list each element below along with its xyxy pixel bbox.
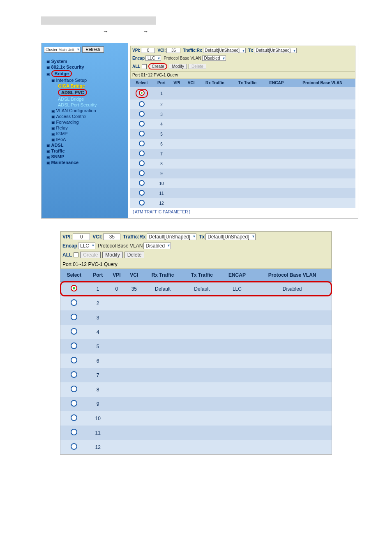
select-radio[interactable]: [139, 150, 145, 156]
sidebar-item-adsl-port-security[interactable]: ADSL Port Security: [44, 102, 125, 108]
delete-button[interactable]: Delete: [125, 252, 145, 258]
modify-button[interactable]: Modify: [102, 252, 122, 258]
sidebar-item-relay[interactable]: Relay: [44, 125, 125, 131]
select-radio[interactable]: [71, 443, 77, 450]
sidebar: Cluster-Main Unit Refresh System802.1x S…: [42, 43, 128, 218]
pvc-select[interactable]: PVC-1: [88, 261, 102, 267]
sidebar-item-interface-setup[interactable]: Interface Setup: [44, 77, 125, 83]
select-radio[interactable]: [71, 371, 77, 378]
select-radio[interactable]: [139, 170, 145, 176]
sidebar-item-forwarding[interactable]: Forwarding: [44, 119, 125, 125]
query-button[interactable]: Query: [167, 73, 178, 77]
port-range-select[interactable]: Port 01~12: [132, 73, 152, 77]
table-row: 5: [60, 339, 332, 354]
select-radio[interactable]: [71, 299, 77, 306]
cell-vpi: [170, 139, 184, 149]
traffic-tx-select[interactable]: Default[UnShaped]: [205, 234, 255, 240]
vci-input[interactable]: 35: [166, 48, 180, 53]
sidebar-item-access-control[interactable]: Access Control: [44, 113, 125, 119]
traffic-rx-select[interactable]: Default[UnShaped]: [147, 234, 196, 240]
sidebar-item-bridge[interactable]: Bridge: [44, 70, 125, 77]
select-radio[interactable]: [139, 190, 145, 196]
cell-tx: [231, 129, 263, 139]
all-checkbox[interactable]: [142, 64, 147, 69]
col-tx: Tx Traffic: [231, 79, 263, 87]
query-button[interactable]: Query: [104, 261, 118, 267]
select-radio[interactable]: [139, 180, 145, 186]
sidebar-item-adsl-pvc[interactable]: ADSL PVC: [44, 89, 125, 96]
vci-input[interactable]: 35: [103, 234, 120, 240]
delete-button[interactable]: Delete: [189, 64, 206, 69]
cell-tx: [182, 296, 221, 310]
select-radio[interactable]: [139, 111, 145, 117]
pbv-select[interactable]: Disabled: [143, 243, 171, 249]
port-range-select[interactable]: Port 01~12: [62, 261, 87, 267]
col-rx: Rx Traffic: [143, 269, 182, 282]
select-radio[interactable]: [139, 90, 145, 96]
all-checkbox[interactable]: [74, 252, 78, 257]
cell-rx: [143, 368, 182, 382]
sidebar-item-maintenance[interactable]: Maintenance: [44, 160, 125, 165]
sidebar-item-vlan-configuration[interactable]: VLAN Configuration: [44, 108, 125, 113]
sidebar-item-802-1x-security[interactable]: 802.1x Security: [44, 64, 125, 70]
sidebar-item-snmp[interactable]: SNMP: [44, 154, 125, 160]
atm-traffic-link[interactable]: [ ATM TRAFFIC PARAMETER ]: [130, 208, 193, 216]
sidebar-item-ipoa[interactable]: IPoA: [44, 136, 125, 142]
encap-select[interactable]: LLC: [145, 56, 161, 61]
col-tx: Tx Traffic: [182, 269, 221, 282]
cell-encap: [263, 178, 290, 188]
select-radio[interactable]: [71, 429, 77, 435]
select-radio[interactable]: [71, 285, 77, 291]
create-button[interactable]: Create: [80, 252, 101, 258]
screenshot-upper: Cluster-Main Unit Refresh System802.1x S…: [41, 43, 358, 219]
cell-vpi: [170, 99, 184, 109]
table-row: 9: [130, 169, 355, 178]
cell-pbv: [253, 440, 332, 454]
pvc-select[interactable]: PVC-1: [154, 73, 166, 77]
table-row: 3: [60, 310, 332, 325]
cell-port: 1: [88, 282, 108, 296]
pbv-select[interactable]: Disabled: [202, 56, 226, 61]
sidebar-item-igmp[interactable]: IGMP: [44, 131, 125, 136]
select-radio[interactable]: [71, 357, 77, 363]
select-radio[interactable]: [71, 314, 77, 320]
select-radio[interactable]: [139, 200, 145, 206]
encap-select[interactable]: LLC: [78, 243, 95, 249]
cluster-select[interactable]: Cluster-Main Unit: [44, 47, 81, 53]
select-radio[interactable]: [71, 328, 77, 335]
col-vci: VCI: [125, 269, 143, 282]
select-radio[interactable]: [139, 160, 145, 166]
sidebar-item-traffic[interactable]: Traffic: [44, 148, 125, 154]
traffic-rx-select[interactable]: Default[UnShaped]: [203, 48, 246, 53]
cell-pbv: [253, 325, 332, 339]
cell-port: 4: [153, 119, 170, 129]
table-row: 10: [130, 178, 355, 188]
cell-rx: [198, 159, 231, 169]
cell-vpi: 0: [108, 282, 125, 296]
select-radio[interactable]: [139, 121, 145, 127]
sidebar-item-giga-bridge[interactable]: GIGA Bridge: [44, 83, 125, 89]
sidebar-item-adsl-bridge[interactable]: ADSL Bridge: [44, 96, 125, 102]
select-radio[interactable]: [139, 101, 145, 107]
select-radio[interactable]: [139, 131, 145, 136]
sidebar-item-adsl[interactable]: ADSL: [44, 142, 125, 148]
cell-vpi: [170, 159, 184, 169]
traffic-tx-select[interactable]: Default[UnShaped]: [254, 48, 297, 53]
modify-button[interactable]: Modify: [169, 64, 187, 69]
refresh-button[interactable]: Refresh: [82, 46, 104, 53]
select-radio[interactable]: [71, 400, 77, 407]
cell-encap: [221, 368, 253, 382]
pvc-form-bar: VPI: 0 VCI: 35 Traffic:Rx Default[UnShap…: [60, 231, 332, 260]
select-radio[interactable]: [71, 386, 77, 392]
cell-encap: [263, 159, 290, 169]
table-row: 8: [60, 382, 332, 397]
cell-rx: Default: [143, 282, 182, 296]
select-radio[interactable]: [71, 414, 77, 421]
vpi-input[interactable]: 0: [73, 234, 90, 240]
create-button[interactable]: Create: [148, 63, 167, 69]
table-row: 10: [60, 411, 332, 426]
select-radio[interactable]: [139, 141, 145, 146]
vpi-input[interactable]: 0: [141, 48, 155, 53]
sidebar-item-system[interactable]: System: [44, 58, 125, 64]
select-radio[interactable]: [71, 342, 77, 349]
